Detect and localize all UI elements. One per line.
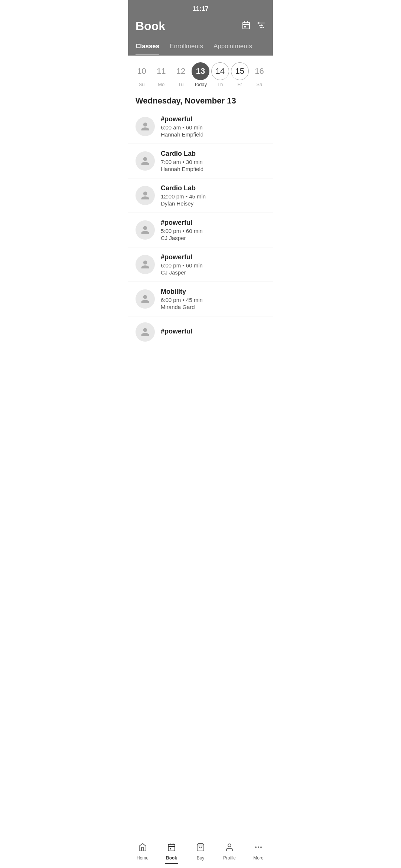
class-list: #powerful 6:00 am • 60 min Hannah Empfie… (128, 109, 273, 353)
date-label-tu: Tu (178, 82, 184, 87)
class-name-6: #powerful (161, 328, 265, 335)
class-time-0: 6:00 am • 60 min (161, 124, 265, 131)
class-time-5: 6:00 pm • 45 min (161, 297, 265, 303)
date-number-12: 12 (172, 62, 190, 80)
date-item-15[interactable]: 15 Fr (230, 62, 250, 87)
class-info-0: #powerful 6:00 am • 60 min Hannah Empfie… (161, 115, 265, 138)
class-instructor-0: Hannah Empfield (161, 131, 265, 138)
date-item-16[interactable]: 16 Sa (250, 62, 269, 87)
date-number-14: 14 (211, 62, 229, 80)
status-bar: 11:17 (128, 0, 273, 16)
class-instructor-2: Dylan Heisey (161, 200, 265, 207)
class-instructor-3: CJ Jasper (161, 235, 265, 241)
date-number-10: 10 (133, 62, 150, 80)
class-name-5: Mobility (161, 288, 265, 296)
class-info-1: Cardio Lab 7:00 am • 30 min Hannah Empfi… (161, 150, 265, 172)
avatar-4 (136, 255, 155, 274)
date-label-su: Su (138, 82, 144, 87)
date-number-13: 13 (192, 62, 209, 80)
date-label-fr: Fr (238, 82, 242, 87)
avatar-0 (136, 117, 155, 136)
avatar-3 (136, 220, 155, 240)
svg-rect-0 (243, 22, 250, 29)
class-name-0: #powerful (161, 115, 265, 123)
class-item-3[interactable]: #powerful 5:00 pm • 60 min CJ Jasper (128, 213, 273, 247)
svg-point-10 (263, 27, 264, 28)
avatar-1 (136, 151, 155, 171)
class-time-4: 6:00 pm • 60 min (161, 262, 265, 269)
tabs-bar: Classes Enrollments Appointments (128, 39, 273, 56)
date-item-13[interactable]: 13 Today (191, 62, 210, 87)
date-number-16: 16 (250, 62, 268, 80)
class-name-1: Cardio Lab (161, 150, 265, 158)
class-instructor-5: Miranda Gard (161, 304, 265, 310)
person-icon-5 (140, 294, 150, 304)
date-heading: Wednesday, November 13 (128, 91, 273, 109)
date-label-mo: Mo (158, 82, 164, 87)
class-name-3: #powerful (161, 219, 265, 227)
date-item-11[interactable]: 11 Mo (151, 62, 171, 87)
svg-point-8 (258, 22, 260, 24)
avatar-5 (136, 289, 155, 309)
calendar-icon[interactable] (242, 21, 251, 32)
status-time: 11:17 (192, 5, 208, 12)
header-title: Book (136, 19, 165, 33)
date-label-th: Th (217, 82, 223, 87)
class-info-5: Mobility 6:00 pm • 45 min Miranda Gard (161, 288, 265, 310)
class-item-4[interactable]: #powerful 6:00 pm • 60 min CJ Jasper (128, 247, 273, 282)
class-instructor-1: Hannah Empfield (161, 166, 265, 172)
svg-rect-4 (244, 26, 246, 27)
class-item-6[interactable]: #powerful (128, 316, 273, 353)
avatar-2 (136, 186, 155, 205)
person-icon-4 (140, 260, 150, 269)
class-item-0[interactable]: #powerful 6:00 am • 60 min Hannah Empfie… (128, 109, 273, 144)
date-item-14[interactable]: 14 Th (211, 62, 230, 87)
class-time-2: 12:00 pm • 45 min (161, 193, 265, 200)
class-instructor-4: CJ Jasper (161, 269, 265, 276)
person-icon-2 (140, 191, 150, 200)
class-info-4: #powerful 6:00 pm • 60 min CJ Jasper (161, 253, 265, 276)
class-name-4: #powerful (161, 253, 265, 261)
date-label-sa: Sa (257, 82, 263, 87)
date-number-15: 15 (231, 62, 249, 80)
class-time-3: 5:00 pm • 60 min (161, 228, 265, 234)
tab-appointments[interactable]: Appointments (213, 39, 252, 55)
class-info-6: #powerful (161, 328, 265, 336)
class-info-3: #powerful 5:00 pm • 60 min CJ Jasper (161, 219, 265, 241)
person-icon-3 (140, 225, 150, 235)
class-item-1[interactable]: Cardio Lab 7:00 am • 30 min Hannah Empfi… (128, 144, 273, 178)
person-icon-1 (140, 156, 150, 166)
class-item-2[interactable]: Cardio Lab 12:00 pm • 45 min Dylan Heise… (128, 178, 273, 213)
person-icon-0 (140, 122, 150, 131)
person-icon-6 (140, 327, 150, 337)
date-item-10[interactable]: 10 Su (132, 62, 151, 87)
class-info-2: Cardio Lab 12:00 pm • 45 min Dylan Heise… (161, 184, 265, 207)
class-name-2: Cardio Lab (161, 184, 265, 192)
date-picker: 10 Su 11 Mo 12 Tu 13 Today 14 Th 15 Fr 1… (128, 56, 273, 91)
tab-enrollments[interactable]: Enrollments (170, 39, 203, 55)
header: Book (128, 16, 273, 39)
tab-classes[interactable]: Classes (136, 39, 159, 55)
date-number-11: 11 (152, 62, 170, 80)
avatar-6 (136, 322, 155, 342)
date-item-12[interactable]: 12 Tu (171, 62, 190, 87)
class-item-5[interactable]: Mobility 6:00 pm • 45 min Miranda Gard (128, 282, 273, 316)
class-time-1: 7:00 am • 30 min (161, 159, 265, 165)
filter-icon[interactable] (257, 21, 265, 32)
header-icons (242, 21, 265, 32)
svg-point-9 (261, 24, 263, 26)
date-label-today: Today (194, 82, 207, 87)
